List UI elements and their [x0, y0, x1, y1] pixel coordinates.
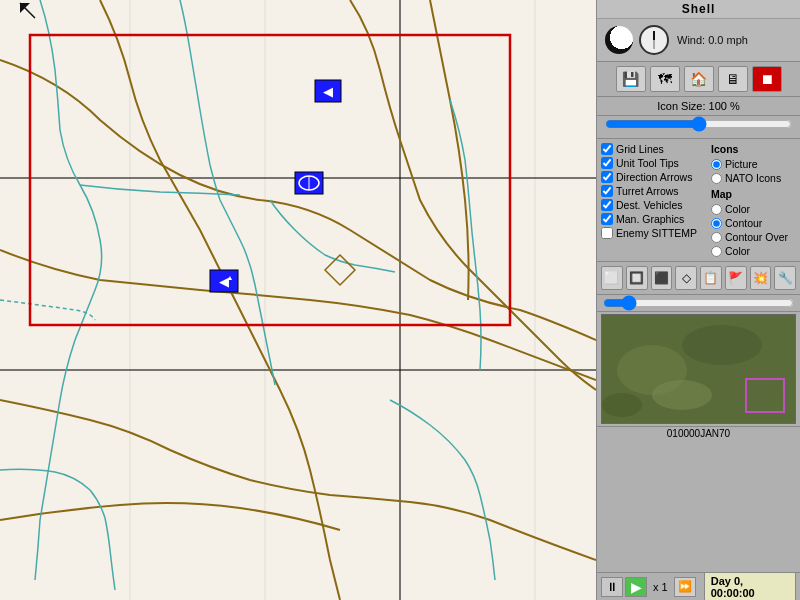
- options-section: Grid Lines Unit Tool Tips Direction Arro…: [597, 139, 800, 262]
- minimap-section[interactable]: [601, 314, 796, 424]
- map-group-label: Map: [711, 188, 796, 200]
- bt-btn-1[interactable]: ⬜: [601, 266, 623, 290]
- pause-button[interactable]: ⏸: [601, 577, 623, 597]
- save-button[interactable]: 💾: [616, 66, 646, 92]
- turret-arrows-label: Turret Arrows: [616, 185, 679, 197]
- direction-arrows-label: Direction Arrows: [616, 171, 692, 183]
- grid-lines-label: Grid Lines: [616, 143, 664, 155]
- unit-icon-3[interactable]: ◀ ▲: [210, 270, 238, 292]
- icons-group-label: Icons: [711, 143, 796, 155]
- bt-btn-8[interactable]: 🔧: [774, 266, 796, 290]
- color-radio-row[interactable]: Color: [711, 203, 796, 215]
- man-graphics-row[interactable]: Man. Graphics: [601, 213, 707, 225]
- stop-button[interactable]: ⏹: [752, 66, 782, 92]
- svg-rect-0: [0, 0, 596, 600]
- map-svg: ◀ ◀ ▲: [0, 0, 596, 600]
- bottom-toolbar: ⬜ 🔲 ⬛ ◇ 📋 🚩 💥 🔧: [597, 262, 800, 295]
- grid-lines-row[interactable]: Grid Lines: [601, 143, 707, 155]
- icon-size-slider[interactable]: [605, 116, 792, 132]
- wind-label: Wind: 0.0 mph: [677, 34, 748, 46]
- color2-radio-row[interactable]: Color: [711, 245, 796, 257]
- day-display: Day 0, 00:00:00: [704, 572, 796, 601]
- map-radio-group: Map Color Contour Contour Over Color: [711, 188, 796, 257]
- color-label: Color: [725, 203, 750, 215]
- enemy-sittemp-row[interactable]: Enemy SITTEMP: [601, 227, 707, 239]
- svg-point-27: [602, 393, 642, 417]
- unit-tool-tips-checkbox[interactable]: [601, 157, 613, 169]
- unit-icon-1[interactable]: ◀: [315, 80, 341, 102]
- nato-icons-radio[interactable]: [711, 173, 722, 184]
- contour-radio-row[interactable]: Contour: [711, 217, 796, 229]
- dest-vehicles-row[interactable]: Dest. Vehicles: [601, 199, 707, 211]
- svg-text:◀: ◀: [323, 84, 333, 99]
- display-button[interactable]: 🖥: [718, 66, 748, 92]
- sidebar: Shell Wind: 0.0 mph 💾 🗺 🏠 🖥 ⏹ Icon Size:…: [596, 0, 800, 600]
- speed-control[interactable]: ⏩: [674, 577, 696, 597]
- map-button[interactable]: 🗺: [650, 66, 680, 92]
- unit-tool-tips-row[interactable]: Unit Tool Tips: [601, 157, 707, 169]
- direction-arrows-checkbox[interactable]: [601, 171, 613, 183]
- picture-radio-row[interactable]: Picture: [711, 158, 796, 170]
- wind-section: Wind: 0.0 mph: [597, 19, 800, 62]
- main-toolbar: 💾 🗺 🏠 🖥 ⏹: [597, 62, 800, 97]
- bt-btn-6[interactable]: 🚩: [725, 266, 747, 290]
- speed-label: x 1: [653, 581, 668, 593]
- color2-radio[interactable]: [711, 246, 722, 257]
- color2-label: Color: [725, 245, 750, 257]
- moon-icon: [605, 26, 633, 54]
- svg-point-24: [682, 325, 762, 365]
- turret-arrows-row[interactable]: Turret Arrows: [601, 185, 707, 197]
- home-button[interactable]: 🏠: [684, 66, 714, 92]
- coord-display: 010000JAN70: [597, 426, 800, 440]
- contour-radio[interactable]: [711, 218, 722, 229]
- turret-arrows-checkbox[interactable]: [601, 185, 613, 197]
- grid-lines-checkbox[interactable]: [601, 143, 613, 155]
- man-graphics-checkbox[interactable]: [601, 213, 613, 225]
- svg-point-25: [652, 380, 712, 410]
- checkbox-group: Grid Lines Unit Tool Tips Direction Arro…: [601, 143, 707, 257]
- status-bar: ⏸ ▶ x 1 ⏩ Day 0, 00:00:00: [597, 572, 800, 600]
- nato-icons-label: NATO Icons: [725, 172, 781, 184]
- minimap-selection-rect: [745, 378, 785, 413]
- unit-icon-2[interactable]: [295, 172, 323, 194]
- enemy-sittemp-checkbox[interactable]: [601, 227, 613, 239]
- bt-btn-7[interactable]: 💥: [750, 266, 772, 290]
- dest-vehicles-label: Dest. Vehicles: [616, 199, 683, 211]
- nato-icons-radio-row[interactable]: NATO Icons: [711, 172, 796, 184]
- man-graphics-label: Man. Graphics: [616, 213, 684, 225]
- picture-radio[interactable]: [711, 159, 722, 170]
- minimap-slider[interactable]: [603, 299, 794, 307]
- svg-text:▲: ▲: [227, 274, 234, 281]
- contour-over-label: Contour Over: [725, 231, 788, 243]
- compass-icon: [639, 25, 669, 55]
- unit-tool-tips-label: Unit Tool Tips: [616, 157, 679, 169]
- bt-btn-4[interactable]: ◇: [675, 266, 697, 290]
- map-area[interactable]: ◀ ◀ ▲: [0, 0, 596, 600]
- icon-size-label: Icon Size: 100 %: [605, 100, 792, 112]
- bt-btn-2[interactable]: 🔲: [626, 266, 648, 290]
- direction-arrows-row[interactable]: Direction Arrows: [601, 171, 707, 183]
- color-radio[interactable]: [711, 204, 722, 215]
- enemy-sittemp-label: Enemy SITTEMP: [616, 227, 697, 239]
- icon-size-row: Icon Size: 100 %: [597, 97, 800, 116]
- contour-label: Contour: [725, 217, 762, 229]
- bt-btn-3[interactable]: ⬛: [651, 266, 673, 290]
- icons-radio-group: Icons Picture NATO Icons: [711, 143, 796, 184]
- contour-over-radio-row[interactable]: Contour Over: [711, 231, 796, 243]
- minimap-image: [602, 315, 795, 423]
- play-controls: ⏸ ▶: [601, 577, 647, 597]
- bt-btn-5[interactable]: 📋: [700, 266, 722, 290]
- app-title: Shell: [597, 0, 800, 19]
- contour-over-radio[interactable]: [711, 232, 722, 243]
- picture-label: Picture: [725, 158, 758, 170]
- dest-vehicles-checkbox[interactable]: [601, 199, 613, 211]
- play-button[interactable]: ▶: [625, 577, 647, 597]
